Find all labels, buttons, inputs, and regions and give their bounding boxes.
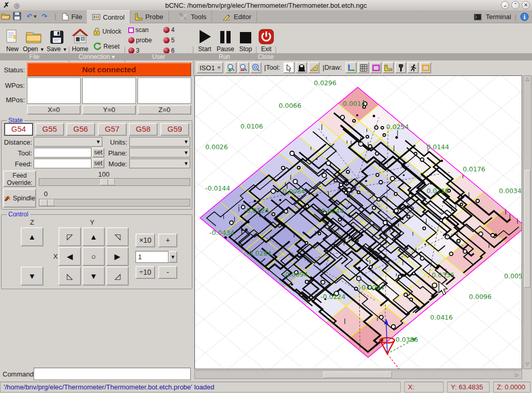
scroll-right-icon[interactable]: ▷ xyxy=(513,372,521,378)
redo-icon[interactable]: ↷ xyxy=(39,12,50,22)
jog-y-down-button[interactable]: ▼ xyxy=(82,266,105,286)
reset-button[interactable]: Reset xyxy=(93,42,119,51)
jog-x-minus-button[interactable]: ◀ xyxy=(58,247,81,266)
canvas-hscrollbar[interactable]: ▷ xyxy=(194,370,522,379)
zero-z-button[interactable]: Z=0 xyxy=(138,105,191,115)
wcs-g54-button[interactable]: G54 xyxy=(4,123,33,136)
distance-combo[interactable]: ▼ xyxy=(34,137,102,147)
scroll-down-icon[interactable]: ▽ xyxy=(524,361,531,367)
draw-grid-button[interactable] xyxy=(358,62,369,73)
new-button[interactable]: New xyxy=(3,25,22,53)
tool-entry[interactable] xyxy=(34,148,92,158)
tab-editor[interactable]: Editor xyxy=(217,10,257,23)
user-scan-button[interactable]: scan xyxy=(128,26,148,34)
command-input[interactable] xyxy=(34,368,191,380)
canvas-coord-label: 0.0026 xyxy=(205,143,228,151)
wcs-g57-button[interactable]: G57 xyxy=(98,123,127,136)
tool-set-button[interactable]: set xyxy=(92,148,104,158)
feed-set-button[interactable]: set xyxy=(92,159,104,168)
feed-override-button[interactable]: Feed Override: xyxy=(3,170,36,187)
draw-margins-button[interactable] xyxy=(370,62,382,73)
jog-up-left-button[interactable]: ◸ xyxy=(58,227,81,246)
jog-z-up-button[interactable]: ▲ xyxy=(21,227,43,246)
jog-down-right-button[interactable]: ◿ xyxy=(106,266,129,286)
tab-file[interactable]: File xyxy=(57,10,88,23)
exit-button[interactable]: Exit xyxy=(257,25,275,53)
step-value-combo[interactable]: 1 xyxy=(135,251,169,263)
maximize-button[interactable]: ⌃ xyxy=(511,1,520,9)
draw-paths-button[interactable] xyxy=(407,62,419,73)
feed-entry[interactable] xyxy=(34,159,92,168)
zero-x-button[interactable]: X=0 xyxy=(27,105,81,115)
zero-y-button[interactable]: Y=0 xyxy=(82,105,136,115)
undo-dropdown-icon[interactable]: ▼ xyxy=(33,12,38,22)
save-file-icon[interactable] xyxy=(13,12,23,22)
zoom-in-button[interactable] xyxy=(225,62,237,73)
feed-override-slider-handle[interactable] xyxy=(100,179,115,185)
tool-ruler-button[interactable] xyxy=(308,62,320,73)
unlock-button[interactable]: Unlock xyxy=(93,27,121,36)
group-label-connection[interactable]: Connection ▾ xyxy=(69,53,125,60)
jog-center-button[interactable]: ○ xyxy=(82,247,105,266)
user-5-button[interactable]: 5 xyxy=(163,37,175,44)
spindle-slider-handle[interactable] xyxy=(40,199,54,206)
save-button[interactable]: Save ▼ xyxy=(47,25,67,53)
user-4-button[interactable]: 4 xyxy=(163,26,175,34)
step-minus-button[interactable]: - xyxy=(158,266,177,279)
wcs-g59-button[interactable]: G59 xyxy=(160,123,189,136)
draw-tool-button[interactable] xyxy=(395,62,406,73)
open-button[interactable]: Open ▼ xyxy=(23,25,44,53)
open-file-icon[interactable] xyxy=(1,12,11,22)
menubar-separator-2: | xyxy=(515,13,516,21)
home-button[interactable]: Home xyxy=(70,25,90,53)
mode-label: Mode: xyxy=(103,160,127,168)
scroll-up-icon[interactable]: △ xyxy=(524,76,531,82)
close-button[interactable]: ✕ xyxy=(522,1,530,9)
draw-axes-button[interactable] xyxy=(345,62,357,73)
tab-tools[interactable]: Tools xyxy=(174,10,212,23)
start-button[interactable]: Start xyxy=(195,25,214,53)
feed-override-slider[interactable] xyxy=(39,178,190,186)
wcs-g56-button[interactable]: G56 xyxy=(66,123,95,136)
stop-icon xyxy=(239,31,252,44)
units-combo[interactable]: ▼ xyxy=(129,137,190,147)
terminal-button[interactable]: Terminal xyxy=(485,13,511,21)
vscroll-thumb[interactable] xyxy=(524,170,530,288)
canvas-vscrollbar[interactable]: △ ▽ xyxy=(523,75,531,369)
stop-button[interactable]: Stop xyxy=(237,25,254,53)
view-select[interactable]: ISO1 xyxy=(196,62,223,73)
zoom-fit-button[interactable] xyxy=(250,62,262,73)
draw-workarea-button[interactable] xyxy=(420,62,431,73)
unlock-padlock-icon xyxy=(93,27,101,36)
gcode-canvas[interactable]: 0.02960.00660.00140.02540.01060.00260.01… xyxy=(194,75,522,369)
mpos-label: MPos: xyxy=(1,96,25,104)
mode-combo[interactable]: ▼ xyxy=(129,159,190,168)
wcs-g55-button[interactable]: G55 xyxy=(35,123,64,136)
tab-probe[interactable]: Probe xyxy=(129,10,169,23)
user-probe-button[interactable]: probe xyxy=(128,37,152,44)
pause-button[interactable]: Pause xyxy=(216,25,235,53)
spindle-slider[interactable] xyxy=(39,199,190,207)
plane-combo[interactable]: ▼ xyxy=(129,148,190,158)
info-icon[interactable]: i xyxy=(520,12,529,21)
canvas-coord-label: -0.0084 xyxy=(280,187,305,195)
zoom-out-button[interactable] xyxy=(238,62,249,73)
tool-select-button[interactable] xyxy=(283,62,295,73)
tool-gantry-button[interactable] xyxy=(296,62,307,73)
minimize-button[interactable]: ⌄ xyxy=(501,1,509,9)
jog-down-left-button[interactable]: ◺ xyxy=(58,266,81,286)
draw-probe-button[interactable] xyxy=(383,62,394,73)
spindle-button[interactable]: Spindle xyxy=(3,188,36,208)
jog-z-down-button[interactable]: ▼ xyxy=(21,266,43,286)
status-value[interactable]: Not connected xyxy=(27,62,191,76)
step-value-dropdown[interactable]: ▼ xyxy=(169,251,177,263)
hscroll-thumb[interactable] xyxy=(323,371,392,378)
tab-control[interactable]: Control xyxy=(87,10,130,23)
wcs-g58-button[interactable]: G58 xyxy=(129,123,158,136)
jog-y-up-button[interactable]: ▲ xyxy=(82,227,105,246)
jog-up-right-button[interactable]: ◹ xyxy=(106,227,129,246)
step-plus-button[interactable]: + xyxy=(158,233,177,247)
jog-x-plus-button[interactable]: ▶ xyxy=(106,247,129,266)
step-div10-button[interactable]: ÷10 xyxy=(135,266,155,279)
step-mul10-button[interactable]: ×10 xyxy=(135,233,155,247)
